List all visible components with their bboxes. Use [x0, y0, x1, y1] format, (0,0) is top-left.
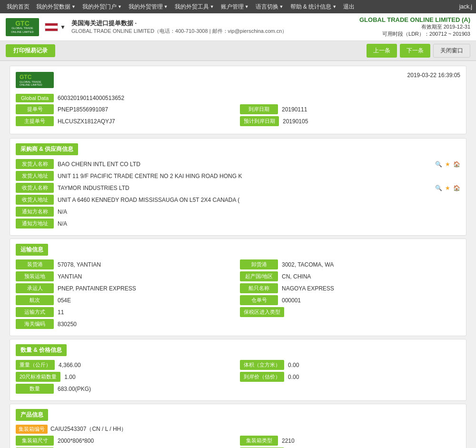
logo-image: GTC GLOBAL TRADEONLINE LIMITED — [6, 18, 39, 36]
bill-no-value: PNEP18556991087 — [58, 106, 236, 113]
weight-field: 重量（公斤） 4,366.00 — [16, 360, 236, 370]
pre-transport-label: 预装运地 — [16, 271, 54, 281]
nav-account[interactable]: 账户管理 ▼ — [218, 3, 252, 11]
top-navigation: 我的首页 我的外贸数据 ▼ 我的外贸门户 ▼ 我的外贸管理 ▼ 我的外贸工具 ▼… — [0, 0, 476, 13]
consignee-name-value: TAYMOR INDUSTRIES LTD — [58, 185, 433, 191]
arrival-date-value: 20190111 — [282, 106, 460, 113]
consignee-search-icon[interactable]: 🔍 — [435, 185, 442, 191]
consignee-icons: 🔍 ★ 🏠 — [433, 185, 460, 191]
master-bill-label: 主提单号 — [16, 116, 54, 126]
consignee-home-icon[interactable]: 🏠 — [453, 185, 460, 191]
header-right: GLOBAL TRADE ONLINE LIMITED (A) 有效期至 201… — [359, 16, 470, 38]
buyer-supplier-title: 采购商 & 供应商信息 — [16, 143, 78, 155]
notify-addr-value: N/A — [58, 220, 460, 227]
nav-help[interactable]: 帮助 & 统计信息 ▼ — [288, 3, 340, 11]
nav-language[interactable]: 语言切换 ▼ — [253, 3, 287, 11]
transport-section: 运输信息 装货港 57078, YANTIAN 卸货港 3002, TACOMA… — [10, 239, 466, 336]
unloading-port-label: 卸货港 — [240, 259, 278, 269]
bill-arrival-row: 提单号 PNEP18556991087 到岸日期 20190111 — [16, 104, 460, 114]
container-type-value: 2210 — [282, 438, 460, 444]
shipper-search-icon[interactable]: 🔍 — [435, 161, 442, 168]
next-button[interactable]: 下一条 — [400, 44, 430, 58]
arrival-price-value: 0.00 — [288, 374, 460, 380]
container-no-value: CAIU2543307（CN / L / HH） — [50, 425, 460, 433]
vessel-field: 船只名称 NAGOYA EXPRESS — [240, 283, 460, 293]
shipper-star-icon[interactable]: ★ — [445, 161, 450, 168]
quantity-section: 数量 & 价格信息 重量（公斤） 4,366.00 体积（立方米） 0.00 2… — [10, 339, 466, 401]
record-card: GTC GLOBAL TRADE ONLINE LIMITED 2019-03-… — [10, 66, 466, 134]
master-bill-value: HLCUSZX1812AQYJ7 — [58, 118, 236, 125]
loading-port-label: 装货港 — [16, 259, 54, 269]
print-button[interactable]: 打印报易记录 — [6, 44, 55, 57]
consignee-addr-label: 收货人地址 — [16, 195, 54, 205]
containers-field: 20尺标准箱数量 1.00 — [16, 372, 236, 382]
container-type-field: 集装箱类型 2210 — [240, 436, 460, 446]
consignee-star-icon[interactable]: ★ — [445, 185, 450, 191]
nav-portal[interactable]: 我的外贸门户 ▼ — [79, 3, 125, 11]
company-info: GLOBAL TRADE ONLINE LIMITED（电话：400-710-3… — [71, 28, 288, 35]
main-toolbar: 打印报易记录 上一条 下一条 关闭窗口 — [0, 41, 476, 61]
nav-trade-data[interactable]: 我的外贸数据 ▼ — [33, 3, 79, 11]
volume-label: 体积（立方米） — [240, 360, 284, 370]
shipper-name-label: 发货人名称 — [16, 159, 54, 169]
unloading-port-field: 卸货港 3002, TACOMA, WA — [240, 259, 460, 269]
weight-volume-row: 重量（公斤） 4,366.00 体积（立方米） 0.00 — [16, 360, 460, 370]
container-size-label: 集装箱尺寸 — [16, 436, 54, 446]
brand-name: GLOBAL TRADE ONLINE LIMITED (A) — [359, 16, 470, 23]
consignee-name-row: 收货人名称 TAYMOR INDUSTRIES LTD 🔍 ★ 🏠 — [16, 183, 460, 193]
volume-value: 0.00 — [288, 362, 460, 368]
expire-date: 有效期至 2019-12-31 — [359, 23, 470, 30]
close-button[interactable]: 关闭窗口 — [433, 44, 470, 58]
page-header: GTC GLOBAL TRADEONLINE LIMITED ▼ 美国海关进口提… — [0, 13, 476, 41]
nav-items: 我的首页 我的外贸数据 ▼ 我的外贸门户 ▼ 我的外贸管理 ▼ 我的外贸工具 ▼… — [4, 3, 357, 11]
pre-transport-value: YANTIAN — [58, 273, 236, 280]
arrival-date-field: 到岸日期 20190111 — [240, 104, 460, 114]
voyage-manifest-row: 航次 054E 仓单号 000001 — [16, 295, 460, 305]
nav-logout[interactable]: 退出 — [340, 3, 357, 11]
arrival-price-label: 到岸价（估价） — [240, 372, 284, 382]
nav-management[interactable]: 我的外贸管理 ▼ — [126, 3, 171, 11]
record-logo: GTC GLOBAL TRADE ONLINE LIMITED — [16, 72, 54, 88]
container-no-row: 集装箱编号 CAIU2543307（CN / L / HH） — [16, 425, 460, 434]
manifest-label: 仓单号 — [240, 295, 278, 305]
nav-user: jack.j — [459, 3, 472, 10]
loading-port-value: 57078, YANTIAN — [58, 261, 236, 268]
quantity-value: 683.00(PKG) — [58, 386, 460, 392]
containers-value: 1.00 — [64, 374, 236, 380]
nav-home[interactable]: 我的首页 — [4, 3, 32, 11]
eta-label: 预计到岸日期 — [240, 116, 279, 126]
logo: GTC GLOBAL TRADEONLINE LIMITED — [6, 18, 39, 36]
notify-name-label: 通知方名称 — [16, 207, 54, 217]
shipper-home-icon[interactable]: 🏠 — [453, 161, 460, 168]
record-timestamp: 2019-03-22 16:39:05 — [407, 72, 460, 79]
port-row: 装货港 57078, YANTIAN 卸货港 3002, TACOMA, WA — [16, 259, 460, 269]
carrier-vessel-row: 承运人 PNEP, PANTAINER EXPRESS 船只名称 NAGOYA … — [16, 283, 460, 293]
containers-price-row: 20尺标准箱数量 1.00 到岸价（估价） 0.00 — [16, 372, 460, 382]
carrier-field: 承运人 PNEP, PANTAINER EXPRESS — [16, 283, 236, 293]
transport-mode-field: 运输方式 11 — [16, 307, 236, 317]
master-bill-field: 主提单号 HLCUSZX1812AQYJ7 — [16, 116, 236, 126]
prev-button[interactable]: 上一条 — [367, 44, 397, 58]
header-info: 美国海关进口提单数据 · GLOBAL TRADE ONLINE LIMITED… — [71, 19, 288, 35]
arrival-date-label: 到岸日期 — [240, 104, 278, 114]
consignee-addr-row: 收货人地址 UNIT A 6460 KENNEDY ROAD MISSISSAU… — [16, 195, 460, 205]
customs-code-label: 海关编码 — [16, 319, 54, 329]
bonded-field: 保税区进入类型 — [240, 307, 460, 317]
product-section: 产品信息 集装箱编号 CAIU2543307（CN / L / HH） 集装箱尺… — [10, 404, 466, 448]
nav-tools[interactable]: 我的外贸工具 ▼ — [172, 3, 217, 11]
flag-selector[interactable]: ▼ — [45, 23, 66, 31]
container-size-field: 集装箱尺寸 2000*806*800 — [16, 436, 236, 446]
quantity-title: 数量 & 价格信息 — [16, 344, 67, 356]
shipper-addr-value: UNIT 11 9/F PACIFIC TRADE CENTRE NO 2 KA… — [58, 173, 460, 179]
voyage-field: 航次 054E — [16, 295, 236, 305]
record-header: GTC GLOBAL TRADE ONLINE LIMITED 2019-03-… — [16, 72, 460, 88]
transport-mode-label: 运输方式 — [16, 307, 54, 317]
flag-dropdown-icon[interactable]: ▼ — [60, 24, 66, 30]
transport-origin-row: 预装运地 YANTIAN 起产国/地区 CN, CHINA — [16, 271, 460, 281]
vessel-value: NAGOYA EXPRESS — [282, 285, 460, 292]
customs-code-value: 830250 — [58, 321, 460, 328]
shipper-addr-row: 发货人地址 UNIT 11 9/F PACIFIC TRADE CENTRE N… — [16, 171, 460, 181]
container-size-value: 2000*806*800 — [58, 438, 236, 444]
manifest-field: 仓单号 000001 — [240, 295, 460, 305]
carrier-label: 承运人 — [16, 283, 54, 293]
